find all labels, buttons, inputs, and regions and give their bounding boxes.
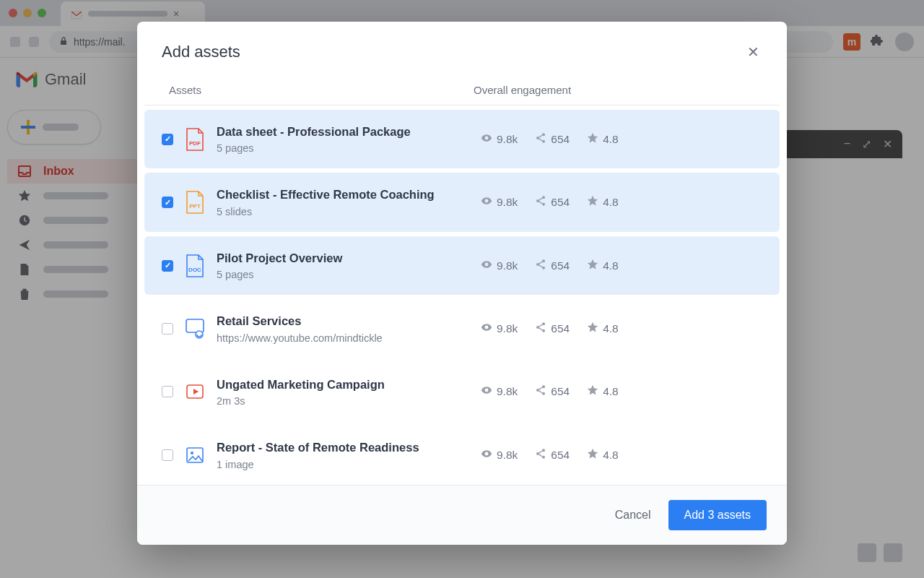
video-file-icon — [185, 380, 205, 403]
asset-subtitle: 5 pages — [217, 269, 469, 280]
asset-subtitle: 2m 3s — [217, 395, 469, 407]
pdf-file-icon: PDF — [185, 128, 205, 151]
asset-metrics: 9.8k 654 4.8 — [481, 195, 762, 210]
shares-metric: 654 — [535, 132, 570, 147]
asset-title: Ungated Marketing Campaign — [217, 377, 469, 392]
asset-row[interactable]: PDF Data sheet - Professional Package 5 … — [144, 110, 780, 168]
eye-icon — [481, 322, 492, 336]
asset-list: PDF Data sheet - Professional Package 5 … — [137, 105, 787, 485]
asset-info: Data sheet - Professional Package 5 page… — [217, 124, 469, 154]
add-assets-modal: Add assets ✕ Assets Overall engagement P… — [137, 22, 787, 545]
rating-metric: 4.8 — [587, 132, 619, 147]
share-icon — [535, 132, 546, 147]
asset-info: Retail Services https://www.youtube.com/… — [217, 314, 469, 343]
svg-point-25 — [191, 452, 193, 454]
asset-metrics: 9.8k 654 4.8 — [481, 384, 762, 399]
views-metric: 9.8k — [481, 259, 518, 273]
views-metric: 9.8k — [481, 322, 518, 336]
star-icon — [587, 322, 598, 336]
star-icon — [587, 195, 598, 210]
star-icon — [587, 259, 598, 273]
eye-icon — [481, 259, 492, 273]
asset-info: Checklist - Effective Remote Coaching 5 … — [217, 187, 469, 217]
asset-info: Pilot Project Overview 5 pages — [217, 251, 469, 280]
svg-text:DOC: DOC — [188, 267, 201, 273]
doc-file-icon: DOC — [185, 254, 205, 277]
eye-icon — [481, 448, 492, 462]
add-assets-button[interactable]: Add 3 assets — [668, 500, 767, 530]
views-metric: 9.8k — [481, 384, 518, 399]
asset-checkbox[interactable] — [162, 449, 173, 461]
asset-info: Report - State of Remote Readiness 1 ima… — [217, 440, 469, 470]
asset-subtitle: 5 slides — [217, 206, 469, 217]
svg-text:PDF: PDF — [189, 140, 201, 147]
cancel-button[interactable]: Cancel — [615, 509, 651, 522]
asset-row[interactable]: Report - State of Remote Readiness 1 ima… — [144, 426, 780, 484]
ppt-file-icon: PPT — [185, 191, 205, 214]
modal-overlay: Add assets ✕ Assets Overall engagement P… — [0, 0, 924, 578]
image-file-icon — [185, 444, 205, 467]
star-icon — [587, 384, 598, 399]
shares-metric: 654 — [535, 195, 570, 210]
asset-title: Pilot Project Overview — [217, 251, 469, 266]
shares-metric: 654 — [535, 259, 570, 273]
asset-row[interactable]: DOC Pilot Project Overview 5 pages 9.8k … — [144, 236, 780, 295]
rating-metric: 4.8 — [587, 448, 619, 462]
col-engagement-label: Overall engagement — [474, 84, 755, 96]
shares-metric: 654 — [535, 448, 570, 462]
eye-icon — [481, 195, 492, 210]
asset-row[interactable]: Ungated Marketing Campaign 2m 3s 9.8k 65… — [144, 363, 780, 421]
svg-rect-15 — [186, 319, 204, 332]
views-metric: 9.8k — [481, 195, 518, 210]
share-icon — [535, 384, 546, 399]
modal-header: Add assets ✕ — [137, 22, 787, 71]
modal-footer: Cancel Add 3 assets — [137, 485, 787, 545]
eye-icon — [481, 132, 492, 147]
views-metric: 9.8k — [481, 132, 518, 147]
asset-title: Checklist - Effective Remote Coaching — [217, 187, 469, 202]
asset-title: Retail Services — [217, 314, 469, 329]
asset-subtitle: https://www.youtube.com/mindtickle — [217, 332, 469, 344]
asset-row[interactable]: PPT Checklist - Effective Remote Coachin… — [144, 173, 780, 231]
asset-title: Report - State of Remote Readiness — [217, 440, 469, 455]
shares-metric: 654 — [535, 384, 570, 399]
asset-checkbox[interactable] — [162, 386, 173, 397]
col-assets-label: Assets — [169, 84, 474, 96]
asset-metrics: 9.8k 654 4.8 — [481, 259, 762, 273]
asset-subtitle: 1 image — [217, 459, 469, 470]
share-icon — [535, 195, 546, 210]
asset-title: Data sheet - Professional Package — [217, 124, 469, 139]
rating-metric: 4.8 — [587, 259, 619, 273]
link-file-icon — [185, 317, 205, 340]
svg-text:PPT: PPT — [189, 203, 201, 210]
rating-metric: 4.8 — [587, 384, 619, 399]
rating-metric: 4.8 — [587, 322, 619, 336]
rating-metric: 4.8 — [587, 195, 619, 210]
modal-title: Add assets — [162, 43, 240, 61]
asset-checkbox[interactable] — [162, 323, 173, 335]
share-icon — [535, 259, 546, 273]
asset-checkbox[interactable] — [162, 260, 173, 272]
asset-row[interactable]: Retail Services https://www.youtube.com/… — [144, 299, 780, 358]
asset-metrics: 9.8k 654 4.8 — [481, 322, 762, 336]
asset-metrics: 9.8k 654 4.8 — [481, 448, 762, 462]
asset-checkbox[interactable] — [162, 134, 173, 145]
star-icon — [587, 448, 598, 462]
columns-header: Assets Overall engagement — [144, 71, 780, 105]
modal-close-icon[interactable]: ✕ — [744, 40, 762, 64]
asset-checkbox[interactable] — [162, 197, 173, 208]
asset-info: Ungated Marketing Campaign 2m 3s — [217, 377, 469, 407]
views-metric: 9.8k — [481, 448, 518, 462]
eye-icon — [481, 384, 492, 399]
shares-metric: 654 — [535, 322, 570, 336]
asset-subtitle: 5 pages — [217, 142, 469, 154]
asset-metrics: 9.8k 654 4.8 — [481, 132, 762, 147]
share-icon — [535, 322, 546, 336]
star-icon — [587, 132, 598, 147]
share-icon — [535, 448, 546, 462]
